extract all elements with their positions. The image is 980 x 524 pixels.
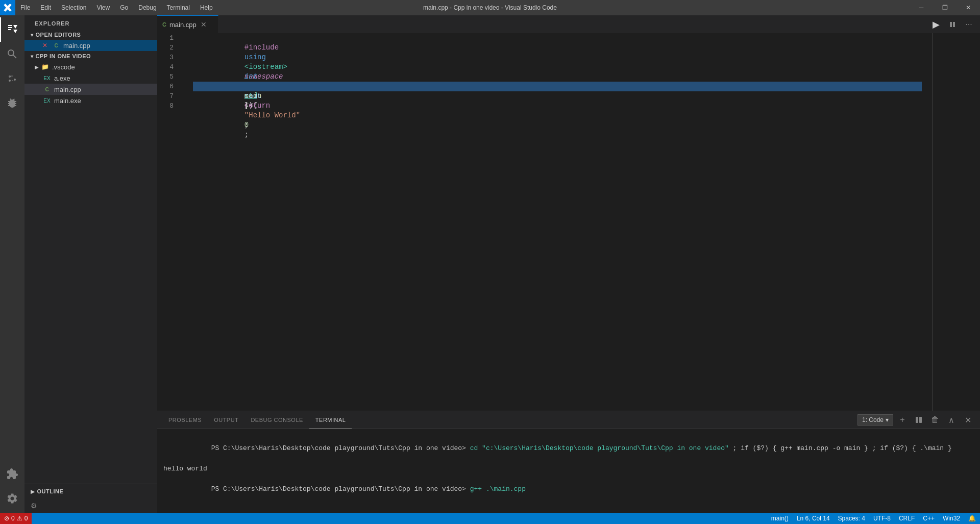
code-line-6: return 0 ; [193, 82, 922, 91]
main-layout: EXPLORER ▾ OPEN EDITORS ✕ C main.cpp ▾ C… [0, 15, 980, 513]
project-label: CPP IN ONE VIDEO [36, 53, 91, 59]
folder-vscode[interactable]: ▶ 📁 .vscode [24, 61, 157, 72]
a-exe-name: a.exe [54, 74, 70, 82]
status-encoding[interactable]: UTF-8 [869, 513, 895, 524]
value-zero: 0 [244, 121, 249, 129]
open-editors-header[interactable]: ▾ OPEN EDITORS [24, 30, 157, 40]
open-editors-section: ▾ OPEN EDITORS ✕ C main.cpp [24, 30, 157, 51]
chevron-down-icon: ▾ [31, 32, 34, 38]
activity-debug[interactable] [0, 91, 24, 115]
code-line-8 [193, 101, 922, 111]
menu-file[interactable]: File [15, 0, 35, 15]
activity-settings[interactable] [0, 486, 24, 511]
symbol-text: main() [771, 513, 789, 524]
terminal-line-2: hello world [163, 464, 974, 474]
tab-close-button[interactable]: ✕ [200, 20, 208, 29]
platform-text: Win32 [943, 513, 960, 524]
status-errors[interactable]: ⊘ 0 ⚠ 0 [0, 513, 32, 524]
error-icon: ⊘ [4, 513, 9, 524]
activity-extensions[interactable] [0, 462, 24, 486]
string-hello-world: "Hello World" [244, 111, 300, 119]
menu-go[interactable]: Go [115, 0, 133, 15]
menu-terminal[interactable]: Terminal [162, 0, 195, 15]
status-platform[interactable]: Win32 [939, 513, 964, 524]
warning-icon: ⚠ [17, 513, 22, 524]
file-a-exe[interactable]: EX a.exe [24, 72, 157, 84]
gear-icon: ⚙ [31, 502, 37, 510]
add-terminal-button[interactable]: + [895, 413, 910, 427]
scrollbar[interactable] [973, 33, 980, 411]
terminal-content[interactable]: PS C:\Users\Haris\Desktop\code playgroun… [157, 429, 980, 513]
header-iostream: <iostream> [244, 63, 287, 71]
editor-area: C main.cpp ✕ ▶ ··· 1 2 3 [157, 15, 980, 513]
terminal-name: 1: Code [862, 416, 884, 423]
maximize-button[interactable]: ❐ [933, 0, 957, 15]
tab-output[interactable]: OUTPUT [208, 411, 244, 429]
status-language[interactable]: C++ [919, 513, 939, 524]
open-file-name: main.cpp [63, 42, 90, 49]
title-bar: File Edit Selection View Go Debug Termin… [0, 0, 980, 15]
settings-item[interactable]: ⚙ [31, 502, 151, 510]
minimap [932, 33, 973, 411]
menu-view[interactable]: View [91, 0, 115, 15]
tab-problems[interactable]: PROBLEMS [162, 411, 208, 429]
menu-edit[interactable]: Edit [35, 0, 56, 15]
outline-header[interactable]: ▶ OUTLINE [24, 486, 157, 496]
code-line-2: using namespace std ; [193, 43, 922, 53]
delete-terminal-button[interactable]: 🗑 [928, 413, 942, 427]
split-editor-button[interactable] [945, 17, 960, 32]
keyword-int: int [244, 72, 257, 81]
activity-search[interactable] [0, 42, 24, 66]
project-section: ▾ CPP IN ONE VIDEO ▶ 📁 .vscode EX a.exe … [24, 51, 157, 106]
file-main-exe[interactable]: EX main.exe [24, 95, 157, 106]
status-symbol[interactable]: main() [767, 513, 793, 524]
more-actions-button[interactable]: ··· [962, 17, 976, 32]
code-line-4: int main (){ [193, 62, 922, 72]
keyword-include: #include [244, 43, 279, 52]
tab-main-cpp[interactable]: C main.cpp ✕ [157, 15, 218, 33]
code-editor[interactable]: 1 2 3 4 5 6 7 8 #include <iostream> [157, 33, 980, 411]
close-button[interactable]: ✕ [957, 0, 980, 15]
close-panel-button[interactable]: ✕ [961, 413, 975, 427]
menu-bar: File Edit Selection View Go Debug Termin… [15, 0, 218, 15]
status-notifications[interactable]: 🔔 [964, 513, 980, 524]
run-button[interactable]: ▶ [929, 17, 943, 32]
title-bar-left: File Edit Selection View Go Debug Termin… [0, 0, 218, 15]
status-eol[interactable]: CRLF [895, 513, 919, 524]
position-text: Ln 6, Col 14 [797, 513, 830, 524]
panel-actions: 1: Code ▾ + 🗑 ∧ ✕ [857, 413, 975, 427]
eol-text: CRLF [899, 513, 915, 524]
terminal-dropdown[interactable]: 1: Code ▾ [857, 414, 893, 426]
activity-explorer[interactable] [0, 17, 24, 42]
panel: PROBLEMS OUTPUT DEBUG CONSOLE TERMINAL 1… [157, 411, 980, 513]
code-content[interactable]: #include <iostream> using namespace std … [183, 33, 932, 411]
minimize-button[interactable]: ─ [910, 0, 933, 15]
menu-selection[interactable]: Selection [56, 0, 91, 15]
status-bar: ⊘ 0 ⚠ 0 main() Ln 6, Col 14 Spaces: 4 UT… [0, 513, 980, 524]
panel-tab-bar: PROBLEMS OUTPUT DEBUG CONSOLE TERMINAL 1… [157, 411, 980, 429]
menu-help[interactable]: Help [195, 0, 218, 15]
open-editors-tree: ✕ C main.cpp [24, 40, 157, 51]
tab-debug-console[interactable]: DEBUG CONSOLE [244, 411, 309, 429]
status-spaces[interactable]: Spaces: 4 [834, 513, 869, 524]
chevron-right-icon-outline: ▶ [31, 489, 35, 494]
main-exe-name: main.exe [54, 97, 81, 105]
file-main-cpp[interactable]: C main.cpp [24, 84, 157, 95]
folder-icon: 📁 [41, 63, 49, 71]
tab-cpp-icon: C [162, 21, 166, 28]
outline-section: ▶ OUTLINE [24, 484, 157, 498]
split-terminal-button[interactable] [912, 413, 926, 427]
spaces-text: Spaces: 4 [838, 513, 865, 524]
activity-source-control[interactable] [0, 66, 24, 91]
menu-debug[interactable]: Debug [133, 0, 161, 15]
chevron-down-icon-2: ▾ [31, 54, 34, 59]
close-icon: ✕ [41, 41, 49, 49]
project-header[interactable]: ▾ CPP IN ONE VIDEO [24, 51, 157, 61]
maximize-panel-button[interactable]: ∧ [944, 413, 959, 427]
open-file-main-cpp[interactable]: ✕ C main.cpp [24, 40, 157, 51]
cpp-file-icon: C [52, 41, 60, 49]
editor-panel-split: 1 2 3 4 5 6 7 8 #include <iostream> [157, 33, 980, 513]
chevron-right-icon: ▶ [35, 64, 39, 70]
tab-terminal[interactable]: TERMINAL [309, 411, 352, 429]
status-position[interactable]: Ln 6, Col 14 [793, 513, 834, 524]
